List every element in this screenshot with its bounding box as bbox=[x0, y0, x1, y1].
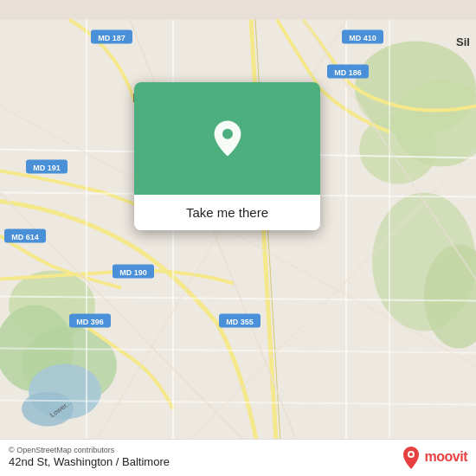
svg-text:MD 410: MD 410 bbox=[349, 34, 376, 42]
svg-text:MD 186: MD 186 bbox=[334, 68, 362, 77]
osm-credit: © OpenStreetMap contributors bbox=[9, 446, 170, 454]
popup-map-section bbox=[134, 82, 320, 195]
take-me-there-button[interactable]: Take me there bbox=[134, 195, 320, 230]
location-label: 42nd St, Washington / Baltimore bbox=[9, 455, 170, 468]
popup-card: Take me there bbox=[134, 82, 320, 230]
svg-text:MD 614: MD 614 bbox=[11, 233, 39, 241]
bottom-left-info: © OpenStreetMap contributors 42nd St, Wa… bbox=[9, 446, 170, 468]
location-pin-icon bbox=[207, 118, 248, 159]
svg-point-47 bbox=[222, 129, 233, 139]
svg-text:Sil: Sil bbox=[456, 35, 470, 48]
moovit-icon bbox=[401, 445, 421, 469]
map-container: MD 187 MD 410 MD 186 MD 191 MD 614 MD 19… bbox=[0, 0, 476, 476]
map-svg: MD 187 MD 410 MD 186 MD 191 MD 614 MD 19… bbox=[0, 0, 476, 476]
svg-point-49 bbox=[409, 453, 413, 456]
svg-text:MD 191: MD 191 bbox=[33, 164, 61, 172]
svg-text:MD 187: MD 187 bbox=[98, 34, 125, 42]
svg-text:MD 190: MD 190 bbox=[119, 268, 147, 277]
moovit-logo: moovit bbox=[401, 445, 467, 469]
svg-text:MD 355: MD 355 bbox=[226, 318, 254, 326]
moovit-text: moovit bbox=[425, 449, 467, 465]
svg-text:MD 396: MD 396 bbox=[76, 318, 104, 326]
bottom-bar: © OpenStreetMap contributors 42nd St, Wa… bbox=[0, 439, 476, 476]
